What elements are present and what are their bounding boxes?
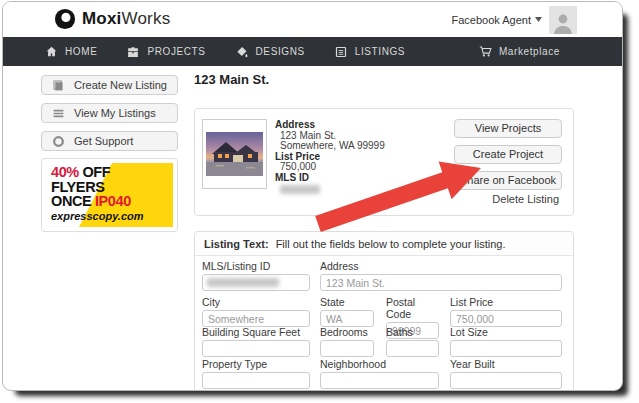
city-field-label: City bbox=[202, 296, 310, 308]
person-icon bbox=[551, 10, 575, 34]
year-built-field-input[interactable] bbox=[450, 372, 562, 389]
list-price-field-label: List Price bbox=[450, 296, 562, 308]
property-type-field-input[interactable] bbox=[202, 372, 310, 389]
red-callout-arrow-icon bbox=[303, 148, 488, 238]
support-ring-icon bbox=[52, 135, 65, 148]
house-photo-image bbox=[206, 132, 263, 176]
ad-text: 40% OFF FLYERS ONCE IP040 expresscopy.co… bbox=[51, 165, 144, 223]
brand-name: MoxiWorks bbox=[82, 9, 170, 29]
list-lines-icon bbox=[52, 107, 65, 120]
address-field-label: Address bbox=[320, 260, 562, 272]
marketplace-label: Marketplace bbox=[499, 46, 560, 57]
list-document-icon bbox=[335, 46, 347, 58]
nav-label-listings: LISTINGS bbox=[355, 46, 405, 57]
property-type-field-label: Property Type bbox=[202, 358, 310, 370]
nav-label-projects: PROJECTS bbox=[147, 46, 205, 57]
ad-line3-prefix: ONCE bbox=[51, 193, 95, 209]
mls-field-input[interactable] bbox=[202, 274, 310, 291]
view-my-listings-label: View My Listings bbox=[74, 107, 156, 119]
create-new-listing-button[interactable]: Create New Listing bbox=[41, 75, 178, 95]
baths-field-label: Baths bbox=[386, 326, 439, 338]
lot-size-field-input[interactable] bbox=[450, 340, 562, 357]
moxiworks-logo-icon bbox=[54, 8, 76, 30]
state-field-label: State bbox=[320, 296, 374, 308]
user-menu[interactable]: Facebook Agent bbox=[451, 14, 542, 26]
user-menu-label: Facebook Agent bbox=[451, 14, 531, 26]
get-support-label: Get Support bbox=[74, 135, 133, 147]
brand-bold: Moxi bbox=[82, 9, 122, 28]
main-navbar: HOME PROJECTS DESIGNS LISTINGS Marketpla… bbox=[3, 37, 622, 66]
baths-field-input[interactable] bbox=[386, 340, 439, 357]
ad-discount-suffix: OFF bbox=[79, 164, 110, 180]
ad-site-url: expresscopy.com bbox=[51, 209, 144, 224]
postal-code-field-label: Postal Code bbox=[386, 296, 439, 320]
view-projects-button[interactable]: View Projects bbox=[454, 119, 562, 138]
chevron-down-icon bbox=[535, 17, 542, 22]
listing-text-panel: Listing Text: Fill out the fields below … bbox=[194, 231, 574, 391]
nav-item-listings[interactable]: LISTINGS bbox=[335, 46, 405, 58]
nav-item-marketplace[interactable]: Marketplace bbox=[479, 37, 560, 66]
listing-photo[interactable] bbox=[202, 119, 267, 189]
sqft-field-input[interactable] bbox=[202, 340, 310, 357]
expresscopy-ad-banner[interactable]: 40% OFF FLYERS ONCE IP040 expresscopy.co… bbox=[41, 158, 178, 232]
ad-discount: 40% bbox=[51, 164, 79, 180]
cart-icon bbox=[479, 45, 492, 58]
create-new-listing-label: Create New Listing bbox=[74, 79, 167, 91]
lot-size-field-label: Lot Size bbox=[450, 326, 562, 338]
avatar[interactable] bbox=[549, 6, 577, 34]
address-label: Address bbox=[275, 119, 315, 130]
listing-text-title: Listing Text: bbox=[204, 238, 269, 250]
city-field-input[interactable] bbox=[202, 310, 310, 327]
brand-logo[interactable]: MoxiWorks bbox=[54, 8, 170, 30]
get-support-button[interactable]: Get Support bbox=[41, 131, 178, 151]
screenshot-frame: MoxiWorks Facebook Agent HOME bbox=[2, 1, 623, 391]
nav-item-projects[interactable]: PROJECTS bbox=[127, 46, 205, 58]
sqft-field-label: Building Square Feet bbox=[202, 326, 310, 338]
address-field-input[interactable] bbox=[320, 274, 562, 291]
delete-listing-link[interactable]: Delete Listing bbox=[492, 193, 559, 205]
ad-promo-code: IP040 bbox=[95, 193, 131, 209]
page-title: 123 Main St. bbox=[194, 72, 269, 87]
nav-item-designs[interactable]: DESIGNS bbox=[236, 46, 305, 58]
list-price-field-input[interactable] bbox=[450, 310, 562, 327]
nav-label-home: HOME bbox=[65, 46, 97, 57]
neighborhood-field-input[interactable] bbox=[320, 372, 439, 389]
listing-text-subtitle: Fill out the fields below to complete yo… bbox=[272, 238, 506, 250]
state-field-input[interactable] bbox=[320, 310, 374, 327]
ad-line2: FLYERS bbox=[51, 180, 144, 195]
nav-label-designs: DESIGNS bbox=[256, 46, 305, 57]
home-icon bbox=[46, 46, 57, 57]
brand-light: Works bbox=[122, 9, 171, 28]
nav-item-home[interactable]: HOME bbox=[46, 46, 97, 57]
top-header: MoxiWorks Facebook Agent bbox=[3, 2, 622, 37]
mls-field-redacted-value bbox=[207, 278, 279, 287]
new-listing-icon bbox=[52, 79, 65, 92]
year-built-field-label: Year Built bbox=[450, 358, 562, 370]
mls-field-label: MLS/Listing ID bbox=[202, 260, 310, 272]
neighborhood-field-label: Neighborhood bbox=[320, 358, 439, 370]
bedrooms-field-label: Bedrooms bbox=[320, 326, 374, 338]
briefcase-icon bbox=[127, 46, 139, 58]
view-my-listings-button[interactable]: View My Listings bbox=[41, 103, 178, 123]
paint-bucket-icon bbox=[236, 46, 248, 58]
bedrooms-field-input[interactable] bbox=[320, 340, 374, 357]
